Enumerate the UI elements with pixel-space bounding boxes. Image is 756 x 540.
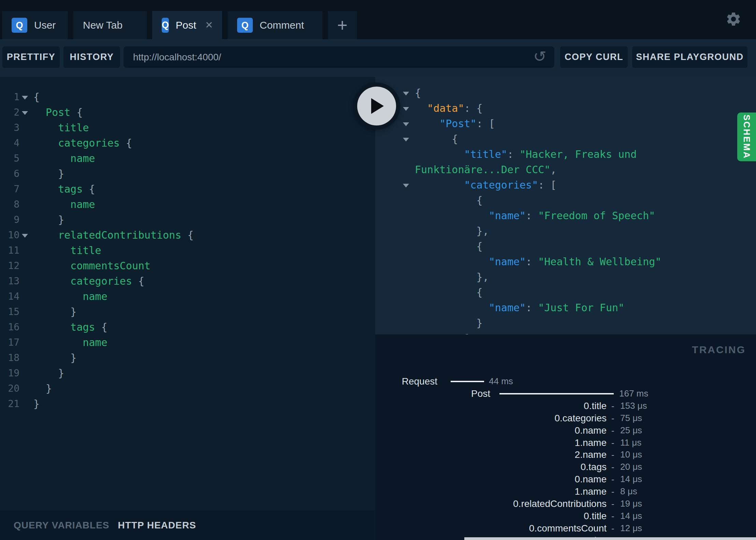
- tracing-panel: TRACING Request44 msPost167 ms0.title-15…: [375, 334, 756, 540]
- line-number: 9: [0, 212, 19, 227]
- settings-gear-icon[interactable]: [725, 11, 742, 27]
- tracing-dash: -: [611, 412, 614, 424]
- tracing-dash: -: [611, 461, 614, 473]
- tracing-dash: -: [611, 510, 614, 522]
- code-text: {: [415, 239, 756, 254]
- tracing-duration: 11 μs: [620, 437, 641, 448]
- query-line: 1{: [0, 89, 375, 105]
- code-text: },: [415, 223, 756, 239]
- line-number: 19: [0, 365, 19, 381]
- fold-arrow-icon[interactable]: [403, 92, 409, 95]
- tab-strip: QUserNew TabQPost✕QComment+: [2, 11, 357, 39]
- schema-tab[interactable]: SCHEMA: [737, 112, 756, 161]
- execute-query-button[interactable]: [353, 82, 400, 130]
- fold-arrow-icon[interactable]: [22, 234, 28, 238]
- tracing-duration: 44 ms: [489, 375, 513, 387]
- tracing-dash: -: [611, 424, 614, 437]
- code-text: tags {: [33, 181, 375, 197]
- query-variables-tab[interactable]: QUERY VARIABLES: [14, 520, 110, 531]
- tracing-row: 0.commentsCount-12 μs: [375, 522, 756, 535]
- code-text: }: [33, 212, 375, 227]
- fold-arrow-icon[interactable]: [403, 107, 409, 111]
- code-text: {: [415, 285, 756, 300]
- endpoint-url-value: http://localhost:4000/: [133, 52, 221, 63]
- endpoint-url-input[interactable]: http://localhost:4000/ ↺: [123, 46, 554, 68]
- tracing-dash: -: [611, 498, 614, 510]
- query-line: 11 title: [0, 243, 375, 258]
- response-pane[interactable]: { "data": { "Post": [ { "title": "Hacker…: [375, 77, 756, 334]
- fold-arrow-icon[interactable]: [22, 111, 28, 115]
- response-line: "name": "Just For Fun": [375, 300, 756, 315]
- response-line: },: [375, 223, 756, 239]
- schema-tab-label: SCHEMA: [741, 115, 752, 159]
- http-headers-tab[interactable]: HTTP HEADERS: [118, 520, 196, 531]
- tracing-title: TRACING: [692, 344, 746, 356]
- prettify-button[interactable]: PRETTIFY: [2, 46, 60, 68]
- response-line: "categories": [: [375, 177, 756, 193]
- fold-arrow-icon[interactable]: [403, 122, 409, 126]
- tab-bar: QUserNew TabQPost✕QComment+: [0, 0, 756, 39]
- tracing-duration: 20 μs: [620, 461, 642, 472]
- code-text: categories {: [33, 135, 375, 151]
- code-text: Funktionäre...Der CCC",: [415, 162, 756, 177]
- response-line: "data": {: [375, 101, 756, 116]
- code-text: "categories": [: [415, 177, 756, 193]
- query-line: 19 }: [0, 365, 375, 381]
- share-playground-button[interactable]: SHARE PLAYGROUND: [632, 46, 747, 68]
- tab-new-tab[interactable]: New Tab: [73, 11, 147, 39]
- code-text: tags {: [33, 319, 375, 335]
- fold-arrow-icon[interactable]: [403, 138, 409, 141]
- line-number: 2: [0, 105, 19, 120]
- tab-post[interactable]: QPost✕: [152, 11, 222, 39]
- line-number: 6: [0, 166, 19, 181]
- horizontal-scrollbar[interactable]: [464, 537, 756, 540]
- history-button[interactable]: HISTORY: [63, 46, 120, 68]
- code-text: }: [33, 396, 375, 411]
- new-tab-button[interactable]: +: [328, 11, 357, 39]
- tracing-row-label: 0.categories: [375, 412, 607, 424]
- tab-comment[interactable]: QComment: [228, 11, 322, 39]
- tab-label: New Tab: [83, 19, 122, 31]
- tracing-row-label: 0.title: [375, 400, 607, 412]
- tab-user[interactable]: QUser: [2, 11, 68, 39]
- query-line: 10 relatedContributions {: [0, 227, 375, 243]
- tracing-duration: 10 μs: [620, 449, 642, 460]
- tab-label: Post: [176, 19, 196, 31]
- tracing-row-label: 0.title: [375, 510, 607, 522]
- tracing-dash: -: [611, 522, 614, 535]
- tracing-duration: 167 ms: [619, 388, 648, 399]
- tracing-row: 0.name-14 μs: [375, 473, 756, 485]
- close-tab-icon[interactable]: ✕: [205, 20, 213, 30]
- response-line: Funktionäre...Der CCC",: [375, 162, 756, 177]
- response-line: "Post": [: [375, 116, 756, 131]
- copy-curl-button[interactable]: COPY CURL: [560, 46, 628, 68]
- response-line: {: [375, 239, 756, 254]
- code-text: "name": "Health & Wellbeing": [415, 254, 756, 269]
- tracing-row: 1.name-8 μs: [375, 485, 756, 498]
- query-editor[interactable]: 1{2 Post {3 title4 categories {5 name6 }…: [0, 77, 375, 510]
- tracing-row: Request44 ms: [375, 375, 756, 388]
- tracing-duration: 19 μs: [620, 498, 642, 509]
- code-text: Post {: [33, 105, 375, 120]
- toolbar: PRETTIFY HISTORY http://localhost:4000/ …: [0, 39, 756, 77]
- fold-arrow-icon[interactable]: [22, 96, 28, 100]
- tracing-duration: 153 μs: [620, 400, 647, 411]
- query-line: 14 name: [0, 289, 375, 304]
- code-text: {: [415, 193, 756, 208]
- tracing-duration: 8 μs: [620, 485, 637, 497]
- query-type-badge: Q: [12, 18, 27, 33]
- line-number: 3: [0, 120, 19, 135]
- code-text: "Post": [: [415, 116, 756, 131]
- code-text: "name": "Freedom of Speech": [415, 208, 756, 223]
- query-line: 3 title: [0, 120, 375, 135]
- line-number: 7: [0, 181, 19, 197]
- fold-arrow-icon[interactable]: [403, 184, 409, 188]
- line-number: 16: [0, 319, 19, 335]
- reload-schema-icon[interactable]: ↺: [533, 48, 547, 65]
- tracing-row: 0.relatedContributions-19 μs: [375, 498, 756, 510]
- query-type-badge: Q: [237, 18, 253, 33]
- tracing-duration: 25 μs: [620, 424, 642, 436]
- query-line: 9 }: [0, 212, 375, 227]
- play-icon: [368, 97, 385, 115]
- tracing-row-label: Post: [375, 388, 490, 400]
